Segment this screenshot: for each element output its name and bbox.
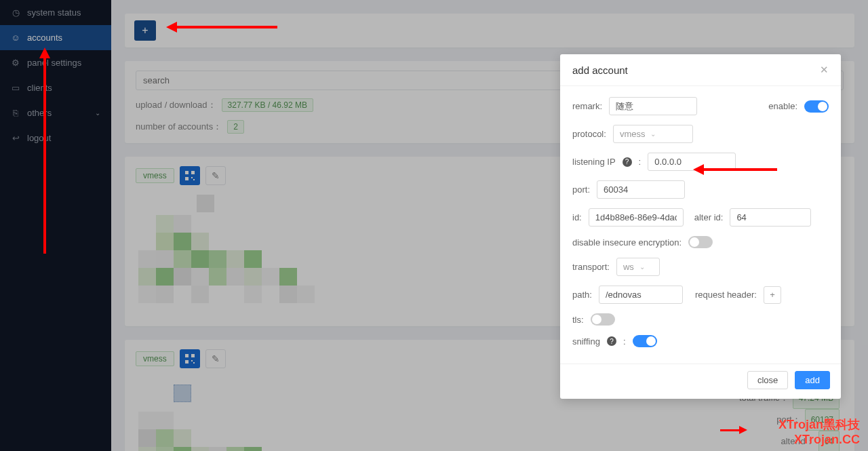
enable-toggle[interactable] <box>804 100 829 113</box>
id-input[interactable] <box>589 208 684 227</box>
id-label: id: <box>572 212 582 222</box>
transport-label: transport: <box>572 262 610 272</box>
protocol-select[interactable]: vmess ⌄ <box>613 125 693 143</box>
disable-enc-label: disable insecure encryption: <box>572 237 682 248</box>
alterid-input[interactable] <box>730 208 811 227</box>
listening-ip-input[interactable] <box>648 153 736 171</box>
close-button[interactable]: close <box>747 371 788 389</box>
remark-label: remark: <box>572 101 602 111</box>
help-icon[interactable]: ? <box>623 157 632 167</box>
disable-enc-toggle[interactable] <box>688 236 713 248</box>
add-header-button[interactable]: + <box>764 286 781 304</box>
sniffing-label: sniffing <box>572 336 600 347</box>
alterid-label: alter id: <box>694 212 724 222</box>
chevron-down-icon: ⌄ <box>639 263 645 271</box>
sniffing-toggle[interactable] <box>633 335 657 347</box>
modal-header: add account ✕ <box>560 54 841 86</box>
add-button[interactable]: add <box>795 371 830 389</box>
add-account-modal: add account ✕ remark: enable: protocol: … <box>560 54 841 399</box>
listening-ip-label: listening IP <box>572 157 616 167</box>
close-icon[interactable]: ✕ <box>820 64 829 76</box>
remark-input[interactable] <box>609 97 697 115</box>
transport-select[interactable]: ws ⌄ <box>616 258 660 276</box>
protocol-label: protocol: <box>572 129 606 139</box>
port-label: port: <box>572 184 590 195</box>
help-icon[interactable]: ? <box>607 336 616 346</box>
tls-label: tls: <box>572 315 584 325</box>
request-header-label: request header: <box>695 290 757 300</box>
modal-footer: close add <box>560 364 841 399</box>
path-input[interactable] <box>599 286 683 304</box>
port-input[interactable] <box>597 180 685 199</box>
tls-toggle[interactable] <box>591 313 615 326</box>
watermark: XTrojan黑科技 XTrojan.CC <box>778 417 860 447</box>
enable-label: enable: <box>768 101 797 111</box>
modal-title: add account <box>572 64 628 76</box>
modal-body: remark: enable: protocol: vmess ⌄ listen… <box>560 86 841 364</box>
path-label: path: <box>572 290 592 300</box>
chevron-down-icon: ⌄ <box>650 130 656 138</box>
